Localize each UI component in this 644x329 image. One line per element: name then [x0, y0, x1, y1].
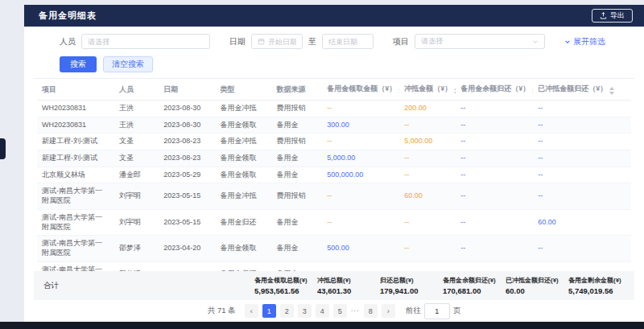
page-button-2[interactable]: 2	[280, 304, 294, 318]
table-cell: 60.00	[533, 209, 631, 235]
table-cell: WH20230831	[37, 117, 114, 134]
person-select-input[interactable]	[88, 38, 204, 46]
summary-item: 备用金剩余金额(¥)5,749,019.56	[568, 276, 631, 295]
column-header[interactable]: 冲抵金额（¥）	[399, 79, 456, 101]
table-cell: 5,000.00	[399, 134, 456, 150]
prev-page-button[interactable]: ‹	[245, 304, 258, 318]
page-button-3[interactable]: 3	[298, 304, 312, 318]
table-cell: 200.00	[399, 101, 456, 117]
table-body: WH20230831王洪2023-08-30备用金冲抵费用报销--200.00-…	[37, 101, 631, 272]
table-row: WH20230831王洪2023-08-30备用金领取备用金300.00----…	[37, 117, 631, 134]
sort-icon[interactable]	[454, 87, 456, 95]
sort-icon[interactable]	[532, 87, 533, 95]
table-cell: 王洪	[114, 117, 159, 134]
table-head-row: 项目人员日期类型数据来源备用金领取金额（¥）冲抵金额（¥）备用金余额归还（¥）已…	[37, 79, 631, 101]
table-cell: --	[399, 209, 456, 235]
start-date-input[interactable]	[251, 34, 303, 49]
pagination-total: 共 71 条	[208, 306, 236, 316]
end-date-field[interactable]	[328, 38, 367, 46]
column-header[interactable]: 备用金余额归还（¥）	[456, 79, 533, 101]
table-cell: 300.00	[322, 117, 399, 134]
end-date-input[interactable]	[322, 34, 374, 49]
page-button-1[interactable]: 1	[262, 304, 276, 318]
summary-item-value: 179,941.00	[380, 286, 440, 295]
expand-filters-label: 展开筛选	[573, 36, 605, 47]
table-row: 新建工程-刘-测试文圣2023-08-23备用金领取备用金5,000.00---…	[37, 150, 631, 167]
table-cell: --	[456, 209, 533, 235]
table-row: 测试-南昌大学第一附属医院邵梦泽2023-04-20备用金领取备用金500.00…	[37, 236, 631, 261]
table-cell: 500,000.00	[322, 167, 399, 183]
project-filter-group: 项目 请选择	[393, 34, 545, 49]
summary-item-value: 5,749,019.56	[568, 286, 628, 295]
table-cell: --	[322, 209, 399, 235]
table-cell: 备用金归还	[215, 261, 271, 271]
table-row: 新建工程-刘-测试文圣2023-08-23备用金冲抵费用报销--5,000.00…	[37, 134, 631, 150]
project-select[interactable]: 请选择	[415, 34, 545, 49]
table-cell: --	[322, 101, 399, 117]
table-cell: --	[456, 167, 533, 183]
clear-search-button[interactable]: 清空搜索	[103, 56, 153, 72]
page-ellipsis: ...	[351, 304, 360, 318]
goto-suffix: 页	[453, 306, 461, 316]
sort-icon[interactable]	[398, 87, 399, 95]
page-button-4[interactable]: 4	[316, 304, 329, 318]
search-button[interactable]: 搜索	[60, 56, 97, 72]
action-buttons: 搜索 清空搜索	[60, 56, 634, 72]
summary-item: 冲抵总额(¥)43,601.30	[317, 276, 380, 295]
table-row: 测试-南昌大学第一附属医院刘宇明2023-05-15备用金冲抵费用报销--60.…	[37, 183, 631, 209]
summary-item-value: 60.00	[506, 286, 565, 295]
table-cell: 文圣	[114, 134, 159, 150]
table-cell: 刘宇明	[114, 209, 159, 235]
side-drawer-handle[interactable]	[0, 138, 6, 159]
expand-filters-link[interactable]: 展开筛选	[564, 36, 605, 47]
table-cell: 北京顺义林场	[37, 167, 114, 183]
table-cell: 邵梦泽	[114, 261, 159, 271]
date-filter-group: 日期 至	[229, 34, 374, 49]
column-header[interactable]: 备用金领取金额（¥）	[322, 79, 399, 101]
column-header-label: 人员	[119, 85, 134, 93]
table-cell: 备用金	[272, 117, 323, 134]
summary-item-value: 5,953,561.56	[254, 286, 314, 295]
page-button-8[interactable]: 8	[364, 304, 378, 318]
project-filter-label: 项目	[393, 36, 409, 47]
table-cell: --	[456, 134, 533, 150]
sort-icon[interactable]	[609, 87, 614, 95]
summary-item-label: 归还总额(¥)	[380, 276, 440, 285]
table-row: 测试-南昌大学第一附属医院邵梦泽2023-04-20备用金归还备用金----10…	[37, 261, 631, 271]
table-cell: 王洪	[114, 101, 159, 117]
next-page-button[interactable]: ›	[382, 304, 395, 318]
table-cell: 2023-08-23	[159, 150, 215, 167]
table-cell: 2023-08-30	[159, 101, 215, 117]
table-cell: 测试-南昌大学第一附属医院	[37, 183, 114, 209]
page-background: 备用金明细表 导出 人员 日期	[0, 0, 644, 329]
column-header[interactable]: 已冲抵金额归还（¥）	[533, 79, 631, 101]
table-cell: 测试-南昌大学第一附属医院	[37, 236, 114, 261]
table-cell: 备用金领取	[215, 167, 271, 183]
table-row: 测试-南昌大学第一附属医院刘宇明2023-05-15备用金归还备用金------…	[37, 209, 631, 235]
table-cell: 备用金冲抵	[215, 134, 271, 150]
table-cell: --	[533, 236, 631, 261]
table-cell: --	[533, 167, 631, 183]
table-cell: 60.00	[399, 183, 456, 209]
table-cell: --	[456, 236, 533, 261]
table-cell: --	[533, 134, 631, 150]
table-cell: 新建工程-刘-测试	[37, 134, 114, 150]
table-cell: 备用金	[272, 209, 323, 235]
page-title: 备用金明细表	[39, 10, 97, 22]
table-cell: 备用金领取	[215, 150, 271, 167]
person-filter-group: 人员	[60, 34, 210, 49]
column-header: 项目	[37, 79, 114, 101]
summary-item: 备用金领取总额(¥)5,953,561.56	[254, 276, 317, 295]
summary-item: 备用金余额归还(¥)170,681.00	[443, 276, 506, 295]
start-date-field[interactable]	[268, 38, 296, 46]
person-select[interactable]	[81, 34, 210, 49]
table-cell: --	[533, 101, 631, 117]
goto-page-input[interactable]	[424, 303, 450, 319]
table-cell: 备用金	[272, 150, 323, 167]
export-button[interactable]: 导出	[592, 9, 633, 23]
table-cell: 100.00	[456, 261, 533, 271]
chevron-down-icon	[532, 39, 539, 45]
summary-item-label: 备用金领取总额(¥)	[254, 276, 314, 285]
page-button-5[interactable]: 5	[333, 304, 347, 318]
summary-item-value: 170,681.00	[443, 286, 502, 295]
